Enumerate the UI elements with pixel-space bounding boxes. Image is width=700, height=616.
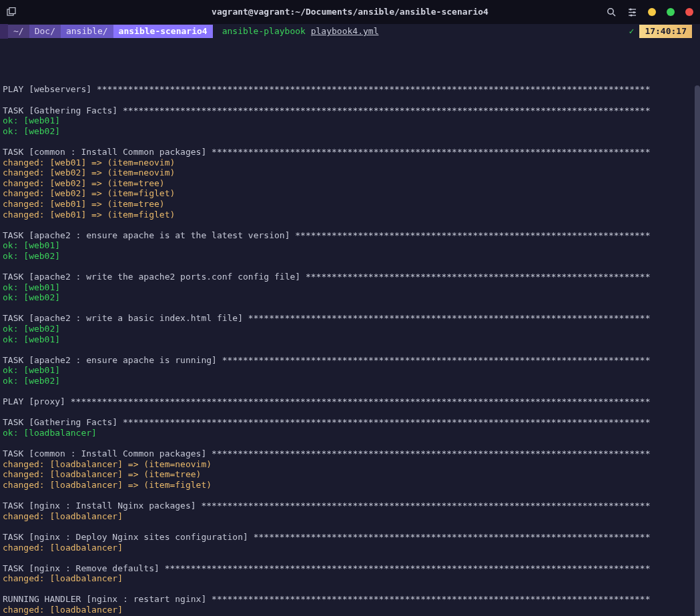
- maximize-button[interactable]: [667, 8, 675, 16]
- output-line: changed: [web02] => (item=tree): [3, 178, 697, 189]
- output-line: ok: [web02]: [3, 251, 697, 262]
- output-line: ok: [web01]: [3, 365, 697, 376]
- output-line: changed: [web01] => (item=tree): [3, 199, 697, 210]
- output-line: ok: [web01]: [3, 240, 697, 251]
- output-line: TASK [common : Install Common packages] …: [3, 448, 697, 459]
- output-line: ok: [web01]: [3, 115, 697, 126]
- output-line: [3, 553, 697, 563]
- output-line: [3, 344, 697, 355]
- scrollbar-thumb[interactable]: [695, 85, 700, 616]
- output-line: TASK [common : Install Common packages] …: [3, 147, 697, 158]
- output-line: TASK [apache2 : ensure apache is at the …: [3, 230, 697, 241]
- output-line: [3, 95, 697, 105]
- output-line: [3, 74, 697, 85]
- output-line: changed: [loadbalancer]: [3, 511, 697, 522]
- svg-point-2: [608, 8, 613, 13]
- minimize-button[interactable]: [648, 8, 656, 16]
- path-scenario: ansible-scenario4: [113, 25, 213, 38]
- output-line: PLAY [proxy] ***************************…: [3, 396, 697, 407]
- output-line: changed: [loadbalancer] => (item=neovim): [3, 459, 697, 470]
- clock-time: 17:40:17: [639, 25, 692, 38]
- output-line: [3, 136, 697, 147]
- output-line: [3, 261, 697, 272]
- output-line: changed: [web01] => (item=neovim): [3, 158, 697, 168]
- output-line: changed: [loadbalancer] => (item=tree): [3, 469, 697, 480]
- output-line: ok: [web01]: [3, 282, 697, 293]
- output-line: [3, 438, 697, 449]
- output-line: ok: [web02]: [3, 126, 697, 137]
- output-line: TASK [nginx : Deploy Nginx sites configu…: [3, 532, 697, 543]
- search-icon[interactable]: [607, 7, 617, 17]
- output-line: ok: [web02]: [3, 292, 697, 303]
- output-line: TASK [apache2 : ensure apache is running…: [3, 355, 697, 366]
- output-line: [3, 303, 697, 314]
- command-text: ansible-playbook playbook4.yml: [213, 25, 388, 38]
- path-doc: Doc/: [29, 25, 61, 38]
- output-line: RUNNING HANDLER [nginx : restart nginx] …: [3, 594, 697, 605]
- output-line: changed: [loadbalancer]: [3, 543, 697, 553]
- svg-line-3: [613, 13, 616, 16]
- scrollbar[interactable]: [695, 39, 700, 616]
- path-ansible: ansible/: [61, 25, 113, 38]
- titlebar: vagrant@vagrant:~/Documents/ansible/ansi…: [0, 0, 700, 24]
- svg-point-9: [630, 14, 632, 16]
- output-line: TASK [apache2 : write a basic index.html…: [3, 313, 697, 324]
- output-line: changed: [web01] => (item=figlet): [3, 210, 697, 220]
- output-line: changed: [loadbalancer] => (item=figlet): [3, 480, 697, 491]
- output-line: [3, 491, 697, 501]
- output-line: TASK [Gathering Facts] *****************…: [3, 417, 697, 428]
- output-line: [3, 584, 697, 595]
- path-home: ~/: [8, 25, 29, 38]
- output-line: TASK [Gathering Facts] *****************…: [3, 105, 697, 116]
- output-line: TASK [nginx : Install Nginx packages] **…: [3, 501, 697, 511]
- output-line: changed: [loadbalancer]: [3, 605, 697, 615]
- output-line: changed: [web02] => (item=neovim): [3, 168, 697, 178]
- settings-sliders-icon[interactable]: [627, 7, 637, 17]
- output-line: PLAY [webservers] **********************…: [3, 84, 697, 95]
- output-line: ok: [web02]: [3, 324, 697, 334]
- output-line: ok: [web02]: [3, 376, 697, 386]
- output-line: [3, 220, 697, 230]
- close-button[interactable]: [685, 8, 693, 16]
- prompt-bar: ~/Doc/ansible/ansible-scenario4 ansible-…: [0, 24, 700, 39]
- new-window-icon[interactable]: [7, 7, 16, 17]
- svg-point-5: [629, 8, 631, 10]
- output-line: ok: [web01]: [3, 334, 697, 345]
- output-line: changed: [web02] => (item=figlet): [3, 188, 697, 199]
- terminal-output[interactable]: PLAY [webservers] **********************…: [0, 39, 700, 616]
- output-line: [3, 521, 697, 532]
- output-line: ok: [loadbalancer]: [3, 428, 697, 438]
- output-line: changed: [loadbalancer]: [3, 573, 697, 584]
- output-line: TASK [apache2 : write the apache2 ports.…: [3, 272, 697, 282]
- svg-point-7: [633, 11, 635, 13]
- output-line: [3, 407, 697, 418]
- output-line: [3, 386, 697, 397]
- status-check-icon: ✓: [624, 26, 640, 37]
- output-line: TASK [nginx : Remove defaults] *********…: [3, 563, 697, 574]
- svg-rect-1: [9, 8, 15, 14]
